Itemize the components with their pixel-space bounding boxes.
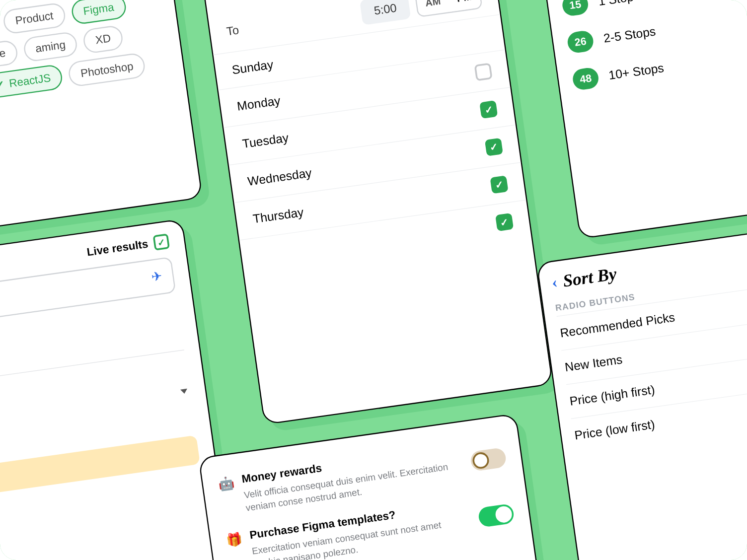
gift-icon: 🎁	[225, 531, 243, 549]
stop-label: 1 Stop	[598, 0, 635, 8]
stop-label: 2-5 Stops	[602, 24, 657, 46]
toggle-switch[interactable]	[477, 503, 515, 528]
toggle-switch[interactable]	[470, 447, 507, 472]
to-period-segment[interactable]: AM PM	[414, 0, 482, 17]
tag-reactjs[interactable]: ✓ReactJS	[0, 64, 64, 99]
to-am[interactable]: AM	[416, 0, 450, 16]
to-label: To	[225, 23, 239, 38]
robot-icon: 🤖	[218, 475, 235, 492]
sort-label: Price (low first)	[574, 418, 656, 443]
day-label: Wednesday	[247, 166, 313, 189]
to-pm[interactable]: PM	[447, 0, 481, 12]
tag-label: Product	[14, 9, 54, 27]
stop-label: 10+ Stops	[608, 61, 665, 82]
sort-card: ‹ Sort By RADIO BUTTONS C Recommended Pi…	[536, 221, 747, 560]
tag-photoshop[interactable]: Photoshop	[68, 52, 147, 87]
live-results-checkbox[interactable]: ✓	[153, 233, 170, 251]
tag-label: Figma	[82, 1, 115, 18]
chevron-down-icon	[180, 389, 188, 394]
tag-figma[interactable]: Figma	[70, 0, 127, 25]
day-label: Sunday	[231, 58, 274, 77]
tag-label: Photoshop	[80, 60, 134, 79]
day-label: Tuesday	[241, 131, 290, 151]
search-card: Live results ✓ eles, CA ✈ · Sat, Sep 19 …	[0, 218, 241, 560]
day-checkbox[interactable]: ✓	[479, 100, 498, 119]
tag-xd[interactable]: XD	[82, 24, 124, 54]
plane-icon: ✈	[150, 269, 163, 285]
back-chevron-icon[interactable]: ‹	[550, 273, 558, 292]
tag-product[interactable]: Product	[2, 2, 67, 35]
stops-card: COUNTERED ITE Stops dura 8Direct way151 …	[531, 0, 747, 239]
day-checkbox[interactable]	[474, 63, 493, 81]
day-label: Thursday	[252, 205, 304, 226]
stop-count-badge: 15	[561, 0, 590, 17]
tag-aming[interactable]: aming	[22, 31, 79, 63]
tag-label: aming	[35, 38, 67, 55]
sort-label: Price (high first)	[569, 383, 656, 409]
to-time[interactable]: 5:00	[360, 0, 411, 25]
live-results-label: Live results	[86, 238, 149, 259]
day-checkbox[interactable]: ✓	[495, 213, 514, 231]
sort-label: New Items	[564, 352, 623, 374]
day-checkbox[interactable]: ✓	[490, 175, 508, 194]
toggles-card: 🤖Money rewardsVelit officia consequat du…	[198, 413, 550, 560]
stop-count-badge: 26	[566, 30, 595, 54]
tags-card: 3 selected PrototypingSketchProductFigma…	[0, 0, 203, 244]
check-icon: ✓	[0, 77, 5, 92]
stop-count-badge: 48	[572, 67, 600, 91]
day-label: Monday	[236, 93, 281, 113]
tag-label: User experience	[0, 47, 6, 70]
tag-cloud: PrototypingSketchProductFigmaUI kitUser …	[0, 0, 185, 123]
tag-label: ReactJS	[8, 71, 52, 90]
tag-label: XD	[94, 32, 111, 47]
checkboxes-card: kboxes From 9:00 AM PM To 5:00 AM PM Sun…	[197, 0, 553, 425]
sort-label: Recommended Picks	[559, 310, 676, 340]
day-checkbox[interactable]: ✓	[485, 138, 503, 156]
